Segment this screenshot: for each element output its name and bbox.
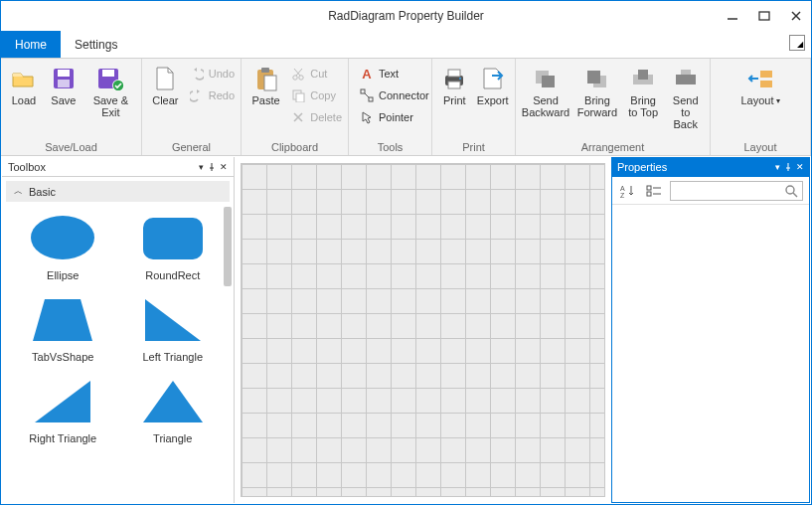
pin-icon[interactable] [783,162,793,172]
maximize-button[interactable] [755,7,773,25]
sort-alpha-button[interactable]: AZ [618,181,638,201]
search-icon [784,184,798,198]
window-title: RadDiagram Property Builder [328,9,484,23]
bring-forward-icon [583,65,611,92]
copy-button[interactable]: Copy [290,86,342,104]
svg-point-41 [31,216,94,259]
save-exit-icon [96,65,124,92]
save-button[interactable]: Save [47,63,81,106]
paste-button[interactable]: Paste [247,63,284,106]
undo-icon [189,66,205,82]
export-button[interactable]: Export [477,63,510,106]
svg-rect-19 [296,93,304,102]
shape-triangle[interactable]: Triangle [122,373,225,444]
send-backward-button[interactable]: Send Backward [522,63,569,118]
svg-text:Z: Z [620,192,625,198]
group-general-title: General [148,139,235,153]
bring-forward-button[interactable]: Bring Forward [575,63,619,118]
properties-search[interactable] [670,181,803,201]
delete-button[interactable]: Delete [290,108,342,126]
print-button[interactable]: Print [438,63,471,106]
svg-rect-30 [542,76,555,87]
svg-rect-35 [638,70,648,80]
categorized-button[interactable] [644,181,664,201]
paste-label: Paste [252,94,280,106]
close-panel-icon[interactable]: ✕ [796,162,804,172]
connector-tool-button[interactable]: Connector [359,86,429,104]
svg-text:A: A [620,185,625,192]
svg-line-50 [793,193,797,197]
save-label: Save [51,94,76,106]
svg-rect-38 [686,75,696,84]
svg-rect-5 [58,70,70,77]
chevron-up-icon: ︿ [14,185,23,198]
close-panel-icon[interactable]: ✕ [220,162,228,172]
bring-forward-label: Bring Forward [577,94,617,118]
bring-to-top-icon [629,65,657,92]
svg-rect-12 [261,68,269,73]
shape-tabvsshape[interactable]: TabVsShape [12,291,114,363]
pin-icon[interactable] [207,162,217,172]
svg-rect-26 [448,70,460,77]
bring-to-top-button[interactable]: Bring to Top [625,63,662,118]
svg-rect-22 [361,89,365,93]
clear-button[interactable]: Clear [148,63,183,106]
save-exit-label: Save & Exit [86,94,135,118]
toolbox-panel: Toolbox ▾ ✕ ︿ Basic Ellipse RoundRect [2,157,235,503]
shape-ellipse[interactable]: Ellipse [12,210,114,281]
close-button[interactable] [787,7,805,25]
pointer-tool-button[interactable]: Pointer [359,108,429,126]
load-label: Load [12,94,36,106]
undo-button[interactable]: Undo [189,65,235,83]
text-icon: A [359,66,375,82]
clear-label: Clear [152,94,178,106]
paste-icon [252,65,280,92]
properties-panel: Properties ▾ ✕ AZ [611,157,810,503]
load-button[interactable]: Load [7,63,41,106]
tab-home[interactable]: Home [1,31,61,58]
svg-rect-45 [647,186,651,190]
layout-button[interactable]: Layout▾ [736,63,784,106]
group-arrangement-title: Arrangement [522,139,704,153]
svg-rect-6 [58,80,70,87]
text-tool-button[interactable]: AText [359,65,429,83]
connector-icon [359,87,375,103]
group-saveload-title: Save/Load [7,139,135,153]
layout-label: Layout [740,94,773,106]
ribbon-tabs: Home Settings ◢ [1,31,811,59]
cut-button[interactable]: Cut [290,65,342,83]
save-icon [50,65,78,92]
print-icon [440,65,468,92]
redo-button[interactable]: Redo [189,86,235,104]
ribbon-collapse-icon[interactable]: ◢ [789,35,805,51]
minimize-button[interactable] [724,7,741,25]
bring-to-top-label: Bring to Top [628,94,658,118]
tab-settings[interactable]: Settings [61,31,131,58]
cut-icon [290,66,306,82]
shape-left-triangle[interactable]: Left Triangle [122,291,225,363]
group-print-title: Print [438,139,509,153]
svg-rect-27 [448,82,460,88]
shape-roundrect[interactable]: RoundRect [122,210,225,281]
toolbox-section-basic[interactable]: ︿ Basic [6,181,230,202]
save-exit-button[interactable]: Save & Exit [86,63,135,118]
shape-right-triangle[interactable]: Right Triangle [12,373,114,444]
titlebar: RadDiagram Property Builder [1,1,811,31]
send-backward-icon [532,65,560,92]
toolbox-scrollbar[interactable] [224,207,232,286]
dropdown-icon[interactable]: ▾ [775,162,780,172]
svg-rect-42 [143,218,203,259]
layout-icon [746,65,774,92]
pointer-icon [359,109,375,125]
diagram-canvas[interactable] [235,157,611,503]
export-label: Export [477,94,509,106]
chevron-down-icon: ▾ [776,96,780,105]
group-tools-title: Tools [355,139,425,153]
svg-rect-23 [369,97,373,101]
dropdown-icon[interactable]: ▾ [199,162,204,172]
group-layout-title: Layout [717,139,804,153]
group-clipboard-title: Clipboard [247,139,342,153]
copy-icon [290,87,306,103]
send-to-back-button[interactable]: Send to Back [667,63,704,130]
svg-point-49 [786,186,794,194]
